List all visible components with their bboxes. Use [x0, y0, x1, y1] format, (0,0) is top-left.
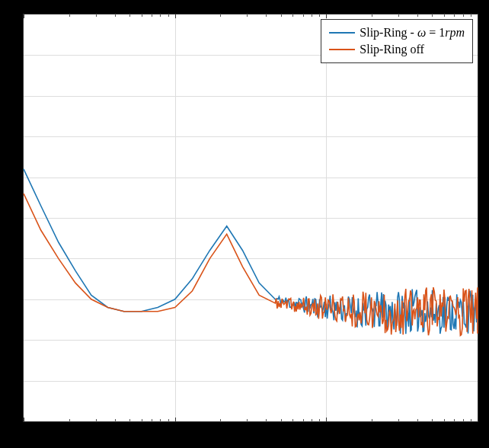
series-slip-ring-on: [24, 169, 478, 334]
legend-swatch-1: [329, 32, 355, 34]
chart-svg: [24, 14, 478, 421]
legend: Slip-Ring - ω = 1rpm Slip-Ring off: [321, 19, 473, 63]
legend-label-1: Slip-Ring - ω = 1rpm: [360, 26, 465, 40]
legend-unit: rpm: [445, 26, 465, 39]
legend-text: = 1: [426, 26, 445, 39]
legend-label-2: Slip-Ring off: [360, 43, 424, 56]
legend-omega: ω: [417, 26, 426, 39]
legend-text: Slip-Ring -: [360, 26, 417, 39]
legend-swatch-2: [329, 49, 355, 50]
plot-area: Slip-Ring - ω = 1rpm Slip-Ring off: [23, 14, 478, 422]
legend-entry-2: Slip-Ring off: [329, 41, 465, 58]
legend-entry-1: Slip-Ring - ω = 1rpm: [329, 24, 465, 41]
